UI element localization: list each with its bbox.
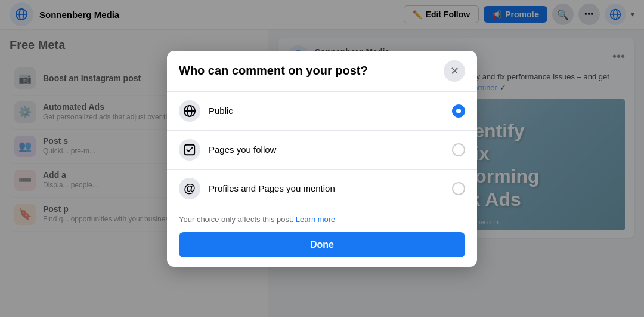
modal-close-button[interactable]: ✕ <box>444 60 465 82</box>
modal-body: Public Pages you follow @ Profiles and P… <box>167 92 477 208</box>
pages-follow-icon <box>179 139 200 161</box>
profiles-pages-icon: @ <box>179 178 200 199</box>
option-profiles-pages[interactable]: @ Profiles and Pages you mention <box>167 170 477 208</box>
option-pages-follow[interactable]: Pages you follow <box>167 131 477 170</box>
radio-profiles-pages[interactable] <box>452 182 465 195</box>
learn-more-link[interactable]: Learn more <box>296 215 335 224</box>
option-public-label: Public <box>209 106 444 116</box>
modal-overlay[interactable]: Who can comment on your post? ✕ Public <box>0 0 644 317</box>
close-icon: ✕ <box>450 64 459 78</box>
option-public[interactable]: Public <box>167 92 477 131</box>
modal-footer: Your choice only affects this post. Lear… <box>167 208 477 267</box>
radio-public[interactable] <box>452 104 465 118</box>
comment-permission-modal: Who can comment on your post? ✕ Public <box>167 51 477 267</box>
footer-note: Your choice only affects this post. Lear… <box>179 215 465 224</box>
modal-header: Who can comment on your post? ✕ <box>167 51 477 92</box>
public-icon <box>179 100 200 122</box>
option-pages-follow-label: Pages you follow <box>209 144 444 155</box>
option-profiles-pages-label: Profiles and Pages you mention <box>209 183 444 193</box>
done-button[interactable]: Done <box>179 232 465 257</box>
modal-title: Who can comment on your post? <box>179 64 368 78</box>
radio-pages-follow[interactable] <box>452 143 465 156</box>
